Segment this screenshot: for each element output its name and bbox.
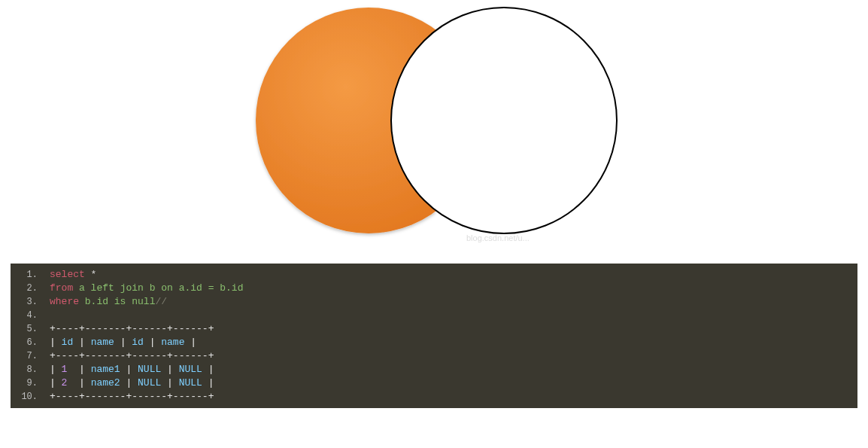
line-number: 4. <box>11 309 44 322</box>
table-border: +----+-------+------+------+ <box>44 349 214 363</box>
where-clause: b.id is null <box>79 296 155 307</box>
col-name: name <box>161 337 184 348</box>
cell-null: NULL <box>179 364 202 375</box>
keyword-from: from <box>50 282 73 294</box>
line-number: 7. <box>11 349 44 363</box>
table-border: +----+-------+------+------+ <box>44 322 214 336</box>
comment: // <box>155 296 167 307</box>
code-line-9: 9. | 2 | name2 | NULL | NULL | <box>11 376 857 390</box>
watermark: blog.csdn.net/u... <box>466 233 530 242</box>
code-line-8: 8. | 1 | name1 | NULL | NULL | <box>11 363 857 376</box>
line-number: 5. <box>11 322 44 336</box>
code-line-5: 5. +----+-------+------+------+ <box>11 322 857 336</box>
circle-b-outline <box>391 8 617 233</box>
line-number: 6. <box>11 336 44 349</box>
code-line-7: 7. +----+-------+------+------+ <box>11 349 857 363</box>
cell-null: NULL <box>138 377 161 389</box>
line-number: 8. <box>11 363 44 376</box>
join-clause: a left join b on a.id = b.id <box>73 282 243 294</box>
cell-null: NULL <box>179 377 202 389</box>
keyword-select: select <box>50 269 85 280</box>
code-line-3: 3. where b.id is null// <box>11 295 857 309</box>
code-line-2: 2. from a left join b on a.id = b.id <box>11 282 857 295</box>
line-number: 9. <box>11 376 44 390</box>
col-id: id <box>132 337 144 348</box>
venn-svg <box>248 0 624 256</box>
cell-value: name2 <box>91 377 120 389</box>
code-block: 1. select * 2. from a left join b on a.i… <box>11 264 857 408</box>
col-id: id <box>62 337 74 348</box>
col-name: name <box>91 337 114 348</box>
code-line-6: 6. | id | name | id | name | <box>11 336 857 349</box>
cell-null: NULL <box>138 364 161 375</box>
line-number: 1. <box>11 268 44 282</box>
line-number: 3. <box>11 295 44 309</box>
table-border: +----+-------+------+------+ <box>44 390 214 404</box>
star: * <box>85 269 97 280</box>
venn-diagram: blog.csdn.net/u... <box>0 0 868 256</box>
code-line-10: 10. +----+-------+------+------+ <box>11 390 857 404</box>
line-number: 2. <box>11 282 44 295</box>
cell-value: name1 <box>91 364 120 375</box>
code-line-4: 4. <box>11 309 857 322</box>
code-line-1: 1. select * <box>11 268 857 282</box>
line-number: 10. <box>11 390 44 404</box>
keyword-where: where <box>50 296 79 307</box>
